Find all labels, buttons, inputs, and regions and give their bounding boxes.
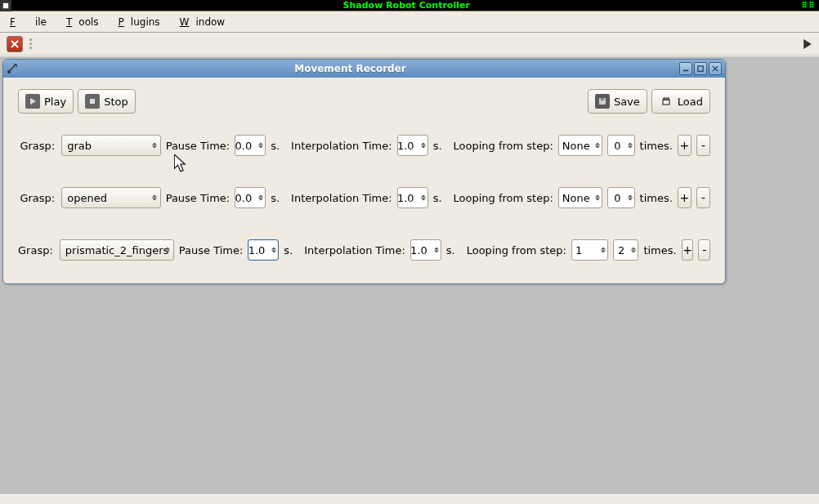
loop-times-value: 0 [614, 192, 620, 204]
window-system-icon [7, 63, 18, 74]
menu-plugins-text: lugins [124, 14, 167, 30]
remove-step-button[interactable]: - [696, 187, 710, 208]
internal-titlebar[interactable]: Movement Recorder [3, 60, 725, 78]
internal-body: Play Stop Save [3, 78, 725, 283]
times-suffix: times. [640, 192, 673, 204]
loop-from-spin[interactable]: None [558, 187, 602, 208]
seconds-unit: s. [284, 244, 293, 256]
interpolation-time-spin[interactable]: 1.0 [410, 239, 441, 261]
loop-times-spin[interactable]: 0 [607, 187, 635, 208]
app-window: File Tools Plugins Window Movement Recor… [0, 11, 819, 504]
stop-icon [85, 94, 100, 109]
seconds-unit: s. [271, 140, 280, 152]
pause-time-spin[interactable]: 0.0 [235, 187, 266, 208]
seconds-unit: s. [446, 244, 455, 256]
desktop-titlebar: Shadow Robot Controller ⠿⠿ [0, 0, 819, 11]
svg-rect-3 [698, 66, 703, 71]
load-icon [659, 94, 674, 109]
interpolation-time-value: 1.0 [397, 140, 414, 152]
menu-file[interactable]: File [3, 14, 60, 30]
app-icon [0, 0, 11, 11]
times-suffix: times. [640, 140, 673, 152]
save-button-label: Save [614, 96, 640, 108]
interpolation-time-spin[interactable]: 1.0 [397, 135, 428, 156]
add-step-button[interactable]: + [682, 239, 694, 261]
load-button-label: Load [678, 96, 703, 108]
remove-step-button[interactable]: - [696, 135, 710, 156]
minimize-button[interactable] [679, 62, 692, 75]
mdi-area: Movement Recorder [0, 56, 819, 494]
menu-file-text: ile [29, 14, 53, 30]
pause-time-spin[interactable]: 0.0 [235, 135, 266, 156]
maximize-button[interactable] [694, 62, 707, 75]
menu-plugins[interactable]: Plugins [112, 14, 173, 30]
save-button[interactable]: Save [588, 89, 647, 114]
loop-from-value: 1 [575, 244, 582, 256]
remove-step-button[interactable]: - [698, 239, 710, 261]
grasp-combo[interactable]: prismatic_2_fingers [60, 239, 174, 261]
stop-button[interactable]: Stop [78, 89, 136, 114]
loop-times-spin[interactable]: 2 [613, 239, 639, 261]
grasp-combo-value: prismatic_2_fingers [65, 244, 169, 256]
seconds-unit: s. [433, 140, 442, 152]
menu-window-text: indow [189, 14, 231, 30]
steps-container: Grasp: grab Pause Time: 0.0 s. Interpola… [18, 135, 710, 261]
svg-rect-7 [663, 100, 669, 105]
seconds-unit: s. [271, 192, 280, 204]
main-toolbar [0, 33, 819, 56]
close-panel-button[interactable] [7, 36, 23, 52]
loop-from-spin[interactable]: 1 [571, 239, 608, 261]
loop-times-spin[interactable]: 0 [607, 135, 635, 156]
stop-button-label: Stop [104, 96, 128, 108]
menu-window[interactable]: Window [173, 14, 239, 30]
movement-recorder-window: Movement Recorder [2, 59, 726, 284]
load-button[interactable]: Load [651, 89, 710, 114]
menu-tools-text: ools [72, 14, 105, 30]
times-suffix: times. [643, 244, 676, 256]
svg-rect-2 [683, 70, 688, 72]
interpolation-time-spin[interactable]: 1.0 [397, 187, 428, 208]
interpolation-time-label: Interpolation Time: [291, 140, 392, 152]
step-row: Grasp: grab Pause Time: 0.0 s. Interpola… [18, 135, 710, 156]
grasp-combo[interactable]: opened [61, 187, 160, 208]
step-row: Grasp: opened Pause Time: 0.0 s. Interpo… [18, 187, 710, 208]
loop-from-value: None [562, 192, 590, 204]
pause-time-label: Pause Time: [166, 192, 230, 204]
looping-from-label: Looping from step: [454, 192, 553, 204]
interpolation-time-value: 1.0 [410, 244, 427, 256]
pause-time-label: Pause Time: [179, 244, 244, 256]
save-icon [595, 94, 610, 109]
grasp-label: Grasp: [18, 192, 55, 204]
loop-times-value: 2 [618, 244, 624, 256]
play-icon [25, 94, 40, 109]
action-button-row: Play Stop Save [18, 89, 710, 114]
window-controls-hint: ⠿⠿ [801, 1, 819, 10]
play-toolbar-icon[interactable] [803, 39, 812, 49]
grasp-combo-value: grab [67, 140, 92, 152]
loop-from-spin[interactable]: None [558, 135, 602, 156]
seconds-unit: s. [433, 192, 442, 204]
desktop-title: Shadow Robot Controller [11, 0, 801, 11]
play-button[interactable]: Play [18, 89, 74, 114]
svg-rect-8 [664, 98, 669, 100]
svg-rect-6 [601, 98, 604, 100]
pause-time-value: 0.0 [235, 192, 253, 204]
grasp-combo[interactable]: grab [61, 135, 160, 156]
statusbar [0, 494, 819, 504]
toolbar-drag-handle[interactable] [29, 38, 38, 49]
internal-window-title: Movement Recorder [21, 63, 679, 74]
loop-times-value: 0 [614, 140, 620, 152]
play-button-label: Play [44, 96, 66, 108]
add-step-button[interactable]: + [678, 135, 691, 156]
close-window-button[interactable] [709, 62, 722, 75]
interpolation-time-value: 1.0 [397, 192, 414, 204]
grasp-combo-value: opened [67, 192, 107, 204]
pause-time-label: Pause Time: [166, 140, 230, 152]
pause-time-spin[interactable]: 1.0 [248, 239, 279, 261]
grasp-label: Grasp: [18, 244, 53, 256]
step-row: Grasp: prismatic_2_fingers Pause Time: 1… [18, 239, 710, 261]
add-step-button[interactable]: + [678, 187, 691, 208]
menu-tools[interactable]: Tools [60, 14, 112, 30]
pause-time-value: 0.0 [235, 140, 253, 152]
pause-time-value: 1.0 [248, 244, 266, 256]
